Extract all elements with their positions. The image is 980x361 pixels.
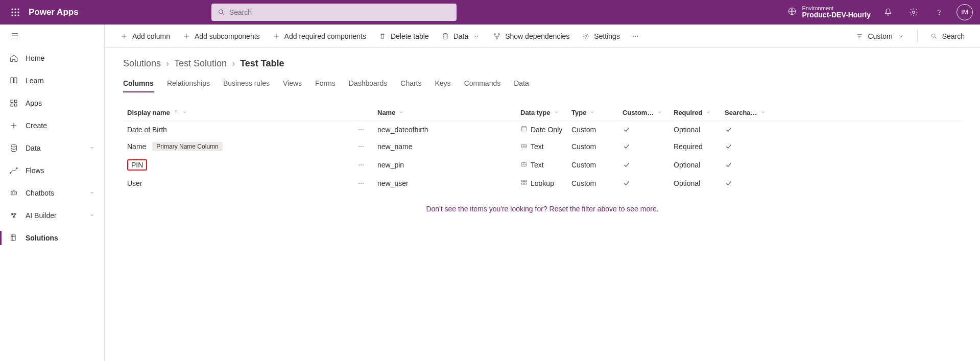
search-icon <box>218 8 225 16</box>
datatype-icon <box>520 179 528 187</box>
sidebar-toggle[interactable] <box>0 25 104 47</box>
data-menu-button[interactable]: Data <box>436 29 486 43</box>
add-column-button[interactable]: Add column <box>115 29 175 43</box>
show-dependencies-button[interactable]: Show dependencies <box>488 29 575 43</box>
table-row[interactable]: NamePrimary Name Column new_name AbcText… <box>123 138 962 155</box>
svg-rect-20 <box>15 104 17 107</box>
breadcrumb-solution[interactable]: Test Solution <box>174 58 227 69</box>
chevron-down-icon[interactable] <box>182 109 187 116</box>
tab-charts[interactable]: Charts <box>400 76 421 92</box>
header-display-name[interactable]: Display name <box>123 109 353 116</box>
cell-custom <box>618 142 670 151</box>
svg-rect-19 <box>11 104 13 107</box>
breadcrumb-solutions[interactable]: Solutions <box>123 58 161 69</box>
chevron-down-icon[interactable] <box>398 109 404 116</box>
delete-table-button[interactable]: Delete table <box>373 29 434 43</box>
header-label: Required <box>674 109 702 116</box>
chevron-down-icon[interactable] <box>657 109 662 116</box>
waffle-icon[interactable] <box>5 8 26 17</box>
tab-forms[interactable]: Forms <box>315 76 336 92</box>
sidebar-item-data[interactable]: Data <box>0 137 104 159</box>
tab-data[interactable]: Data <box>514 76 529 92</box>
brand-title[interactable]: Power Apps <box>29 7 79 17</box>
avatar[interactable]: IM <box>957 4 973 20</box>
sidebar-item-learn[interactable]: Learn <box>0 69 104 92</box>
chevron-down-icon[interactable] <box>760 109 766 116</box>
sidebar-item-flows[interactable]: Flows <box>0 159 104 182</box>
grid-header: Display name Name Data type Type Custom…… <box>123 105 962 121</box>
cmd-label: Add column <box>132 32 170 40</box>
cmd-label: Settings <box>594 32 620 40</box>
svg-point-41 <box>494 33 496 35</box>
cell-type: Custom <box>567 126 618 134</box>
global-search-input[interactable] <box>229 8 450 16</box>
svg-line-10 <box>222 13 224 15</box>
header-type[interactable]: Type <box>567 109 618 116</box>
tab-commands[interactable]: Commands <box>464 76 501 92</box>
view-filter-button[interactable]: Custom <box>850 29 910 43</box>
cmd-label: Data <box>453 32 469 40</box>
book-icon <box>9 76 18 85</box>
chevron-down-icon[interactable] <box>554 109 559 116</box>
header-label: Searcha… <box>725 109 757 116</box>
sidebar-item-solutions[interactable]: Solutions <box>0 227 104 249</box>
row-more-button[interactable] <box>353 179 373 187</box>
cell-searchable <box>721 179 767 187</box>
tab-relationships[interactable]: Relationships <box>167 76 210 92</box>
row-more-button[interactable] <box>353 142 373 151</box>
add-subcomponents-button[interactable]: Add subcomponents <box>177 29 265 43</box>
svg-line-52 <box>935 37 936 38</box>
search-button[interactable]: Search <box>925 29 970 43</box>
svg-point-7 <box>14 14 16 16</box>
header-name[interactable]: Name <box>373 109 516 116</box>
sidebar-item-aibuilder[interactable]: AI Builder <box>0 204 104 227</box>
svg-point-6 <box>11 14 13 16</box>
cell-searchable <box>721 126 767 134</box>
cell-searchable <box>721 161 767 169</box>
header-required[interactable]: Required <box>670 109 721 116</box>
table-row[interactable]: PIN new_pin AbcText Custom Optional <box>123 155 962 175</box>
svg-point-13 <box>939 14 939 15</box>
global-search[interactable] <box>211 4 457 21</box>
add-required-button[interactable]: Add required components <box>267 29 371 43</box>
table-row[interactable]: Date of Birth new_dateofbirth Date Only … <box>123 121 962 138</box>
environment-switcher[interactable]: Environment Product-DEV-Hourly <box>787 5 871 19</box>
filter-reset-message[interactable]: Don't see the items you're looking for? … <box>123 205 962 213</box>
tab-business-rules[interactable]: Business rules <box>223 76 270 92</box>
header-searchable[interactable]: Searcha… <box>721 109 770 116</box>
settings-button[interactable]: Settings <box>577 29 625 43</box>
tab-columns[interactable]: Columns <box>123 76 154 92</box>
table-row[interactable]: User new_user Lookup Custom Optional <box>123 175 962 191</box>
tab-keys[interactable]: Keys <box>435 76 451 92</box>
row-more-button[interactable] <box>353 161 373 169</box>
more-commands-button[interactable] <box>627 32 643 40</box>
svg-rect-73 <box>521 180 523 182</box>
svg-point-5 <box>17 11 19 13</box>
chevron-down-icon <box>897 32 905 40</box>
cell-type: Custom <box>567 179 618 187</box>
sidebar-item-apps[interactable]: Apps <box>0 92 104 114</box>
header-custom[interactable]: Custom… <box>618 109 670 116</box>
row-more-button[interactable] <box>353 126 373 134</box>
svg-rect-33 <box>11 235 15 240</box>
cell-name: new_pin <box>373 161 516 169</box>
sidebar-item-home[interactable]: Home <box>0 47 104 69</box>
notifications-icon[interactable] <box>880 4 896 20</box>
settings-icon[interactable] <box>905 4 922 20</box>
chevron-down-icon[interactable] <box>589 109 595 116</box>
sidebar-item-label: Apps <box>26 99 95 107</box>
sidebar-item-create[interactable]: Create <box>0 114 104 137</box>
cmd-label: Add required components <box>284 32 366 40</box>
svg-rect-74 <box>521 183 523 184</box>
svg-rect-75 <box>524 180 527 182</box>
help-icon[interactable] <box>931 4 947 20</box>
tab-views[interactable]: Views <box>283 76 302 92</box>
sidebar-item-chatbots[interactable]: Chatbots <box>0 182 104 204</box>
svg-point-60 <box>358 146 360 147</box>
breadcrumb-current: Test Table <box>240 58 284 69</box>
datatype-icon: Abc <box>520 142 528 151</box>
tab-dashboards[interactable]: Dashboards <box>349 76 388 92</box>
chevron-down-icon[interactable] <box>705 109 711 116</box>
header-datatype[interactable]: Data type <box>516 109 567 116</box>
svg-point-45 <box>633 36 634 37</box>
